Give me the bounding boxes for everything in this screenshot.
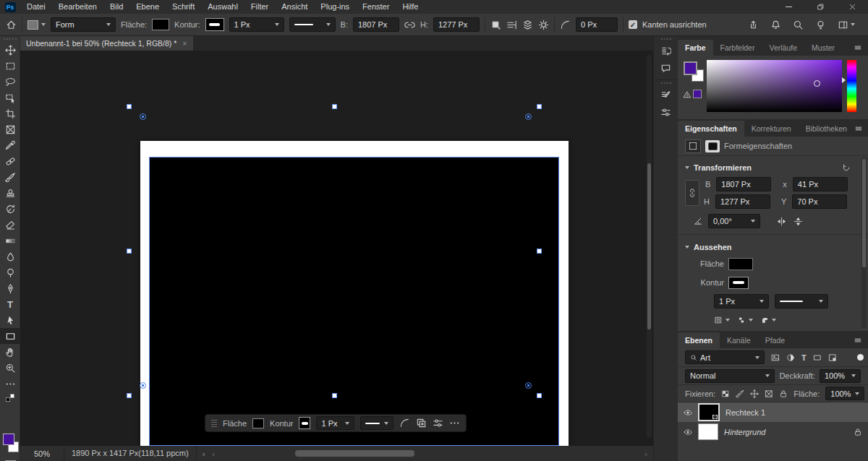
ctx-stroke-width-select[interactable]: 1 Px [316, 416, 354, 430]
color-field-cursor[interactable] [814, 80, 820, 87]
align-edges-checkbox[interactable]: ✓ [629, 20, 637, 29]
layer-name[interactable]: Hintergrund [724, 428, 765, 436]
stroke-width-select[interactable]: 1 Px [229, 17, 284, 32]
document-tab-close-icon[interactable]: × [182, 39, 187, 48]
tab-korrekturen[interactable]: Korrekturen [744, 121, 799, 137]
transform-handle-ml[interactable] [127, 249, 132, 254]
search-icon[interactable] [793, 20, 804, 30]
foreground-color-swatch[interactable] [3, 434, 14, 445]
filter-adjustment-layers-icon[interactable] [786, 353, 795, 362]
stroke-align-select[interactable] [714, 316, 730, 324]
document-info[interactable]: 1890 Px x 1417 Px(118,11 ppcm) [64, 446, 197, 461]
tab-verlaeufe[interactable]: Verläufe [762, 40, 804, 56]
properties-scrollbar[interactable] [861, 158, 867, 328]
ctx-more-options-icon[interactable] [449, 418, 460, 428]
dodge-tool[interactable] [0, 264, 20, 280]
scroll-right-icon[interactable]: › [644, 449, 647, 458]
menu-auswahl[interactable]: Auswahl [201, 0, 244, 14]
layer-fill-select[interactable]: 100% [825, 387, 864, 400]
pen-tool[interactable] [0, 280, 20, 296]
brush-tool[interactable] [0, 169, 20, 185]
corner-anchor-tl[interactable] [140, 113, 146, 120]
menu-ebene[interactable]: Ebene [129, 0, 166, 14]
transform-handle-bc[interactable] [332, 393, 337, 398]
eyedropper-tool[interactable] [0, 137, 20, 153]
menu-bearbeiten[interactable]: Bearbeiten [52, 0, 103, 14]
rectangle-tool[interactable] [0, 328, 20, 344]
path-operations-icon[interactable] [490, 20, 501, 30]
tab-pfade[interactable]: Pfade [758, 332, 792, 348]
menu-plugins[interactable]: Plug-ins [314, 0, 356, 14]
type-tool[interactable]: T [0, 296, 20, 312]
reset-transform-icon[interactable] [842, 163, 851, 172]
corner-radius-input[interactable]: 0 Px [576, 17, 618, 32]
tab-bibliotheken[interactable]: Bibliotheken [799, 121, 854, 137]
layer-filter-select[interactable]: Art [685, 350, 765, 364]
shape-settings-gear-icon[interactable] [538, 20, 549, 30]
lock-transparent-icon[interactable] [721, 389, 730, 398]
horizontal-scrollbar[interactable] [295, 450, 414, 457]
appearance-fill-swatch[interactable] [728, 258, 753, 270]
layer-visibility-eye-icon[interactable] [684, 408, 692, 417]
corner-anchor-bl[interactable] [140, 382, 146, 389]
quick-mask-icon[interactable] [0, 457, 20, 461]
tab-farbfelder[interactable]: Farbfelder [713, 40, 762, 56]
window-close-button[interactable] [836, 0, 868, 14]
panel-menu-icon[interactable] [854, 43, 862, 52]
marquee-tool[interactable] [0, 58, 20, 74]
transform-handle-tr[interactable] [537, 104, 542, 109]
document-tab[interactable]: Unbenannt-1 bei 50% (Rechteck 1, RGB/8) … [20, 36, 193, 51]
ctx-corner-radius-icon[interactable] [399, 418, 410, 428]
lock-artboard-icon[interactable] [765, 389, 773, 398]
move-tool[interactable] [0, 42, 20, 58]
transform-properties-icon[interactable] [685, 139, 701, 153]
appearance-stroke-swatch[interactable] [728, 277, 749, 289]
shape-width-input[interactable]: 1807 Px [353, 17, 399, 32]
share-icon[interactable] [748, 20, 759, 30]
history-brush-tool[interactable] [0, 201, 20, 217]
fill-swatch[interactable] [152, 19, 169, 30]
notifications-bell-icon[interactable] [770, 20, 781, 30]
filter-pixel-layers-icon[interactable] [771, 353, 780, 362]
flip-horizontal-icon[interactable] [776, 216, 787, 227]
zoom-tool[interactable] [0, 360, 20, 376]
context-taskbar-grip[interactable] [211, 420, 217, 427]
dock-grip[interactable] [654, 79, 678, 86]
discover-bulb-icon[interactable] [815, 20, 826, 30]
blend-mode-select[interactable]: Normal [685, 369, 775, 383]
filter-smart-objects-icon[interactable] [828, 353, 837, 362]
path-arrangement-icon[interactable] [522, 20, 533, 30]
y-input[interactable]: 70 Px [792, 194, 847, 209]
layer-thumbnail[interactable] [698, 403, 720, 421]
document-viewport[interactable] [20, 51, 653, 446]
opacity-select[interactable]: 100% [820, 369, 861, 383]
crop-tool[interactable] [0, 105, 20, 121]
width-input[interactable]: 1807 Px [716, 177, 771, 191]
window-minimize-button[interactable] [773, 0, 804, 14]
transform-handle-tc[interactable] [332, 104, 337, 109]
blur-tool[interactable] [0, 249, 20, 264]
tab-kanaele[interactable]: Kanäle [720, 332, 758, 348]
clone-stamp-tool[interactable] [0, 185, 20, 201]
path-selection-tool[interactable] [0, 312, 20, 328]
hue-slider-marker[interactable] [842, 77, 846, 83]
frame-tool[interactable] [0, 121, 20, 137]
panel-menu-icon[interactable] [854, 124, 863, 133]
shape-height-input[interactable]: 1277 Px [433, 17, 480, 32]
color-foreground-swatch[interactable] [684, 61, 697, 75]
ctx-stroke-swatch[interactable] [299, 417, 310, 429]
eraser-tool[interactable] [0, 217, 20, 233]
transform-handle-bl[interactable] [127, 393, 132, 398]
appearance-stroke-width-select[interactable]: 1 Px [714, 294, 769, 309]
history-panel-icon[interactable] [657, 42, 676, 59]
ctx-fill-swatch[interactable] [252, 418, 264, 428]
vertical-scrollbar[interactable] [647, 55, 652, 438]
stroke-type-select[interactable] [289, 17, 336, 32]
transform-handle-tl[interactable] [127, 104, 132, 109]
color-field[interactable] [707, 60, 842, 112]
menu-fenster[interactable]: Fenster [356, 0, 396, 14]
section-collapse-icon[interactable] [685, 246, 689, 249]
tab-eigenschaften[interactable]: Eigenschaften [678, 121, 744, 137]
default-colors-icon[interactable] [0, 392, 20, 403]
layer-row-rechteck[interactable]: Rechteck 1 [678, 402, 868, 422]
